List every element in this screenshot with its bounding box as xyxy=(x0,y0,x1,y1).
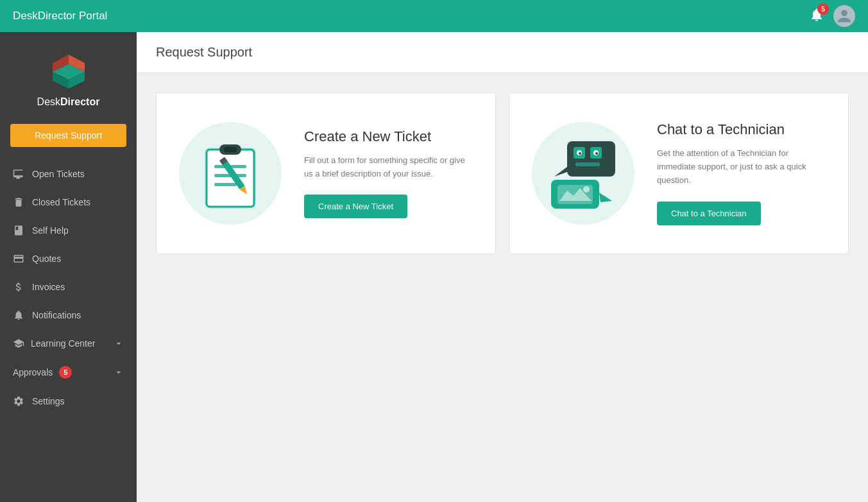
sidebar-item-invoices[interactable]: Invoices xyxy=(0,273,137,301)
chat-technician-title: Chat to a Technician xyxy=(657,121,829,138)
svg-rect-12 xyxy=(214,183,237,186)
app-title: DeskDirector Portal xyxy=(13,10,107,22)
approvals-chevron-icon xyxy=(114,367,124,377)
sidebar-logo-area: DeskDirector xyxy=(0,32,137,124)
sidebar: DeskDirector Request Support Open Ticket… xyxy=(0,32,137,502)
create-ticket-button[interactable]: Create a New Ticket xyxy=(304,195,407,218)
svg-rect-24 xyxy=(575,162,600,166)
sidebar-nav: Open Tickets Closed Tickets Self Help Qu… xyxy=(0,160,137,502)
sidebar-item-closed-tickets[interactable]: Closed Tickets xyxy=(0,188,137,216)
book-icon xyxy=(13,225,24,236)
chat-technician-button[interactable]: Chat to a Technician xyxy=(657,202,761,225)
chat-bubbles-svg xyxy=(529,119,638,228)
sidebar-item-settings[interactable]: Settings xyxy=(0,387,137,415)
svg-rect-7 xyxy=(207,150,254,207)
chat-technician-card: Chat to a Technician Get the attention o… xyxy=(509,92,849,254)
svg-rect-17 xyxy=(567,141,615,177)
sidebar-item-self-help[interactable]: Self Help xyxy=(0,216,137,245)
invoices-label: Invoices xyxy=(32,282,65,292)
main-content: Request Support xyxy=(137,32,868,502)
self-help-label: Self Help xyxy=(32,225,69,236)
closed-tickets-label: Closed Tickets xyxy=(32,197,90,207)
settings-label: Settings xyxy=(32,396,65,406)
create-ticket-illustration xyxy=(176,119,285,228)
sidebar-item-notifications[interactable]: Notifications xyxy=(0,301,137,329)
quotes-label: Quotes xyxy=(32,254,61,264)
learning-center-label: Learning Center xyxy=(31,338,95,349)
notification-badge: 5 xyxy=(817,3,829,15)
top-header: DeskDirector Portal 5 xyxy=(0,0,868,32)
svg-rect-9 xyxy=(224,147,237,152)
approvals-label: Approvals xyxy=(13,367,53,377)
header-icons: 5 xyxy=(809,5,855,27)
sidebar-item-approvals[interactable]: Approvals 5 xyxy=(0,358,137,387)
page-header: Request Support xyxy=(137,32,868,73)
sidebar-logo-text: DeskDirector xyxy=(37,96,100,108)
page-title: Request Support xyxy=(156,45,849,60)
gear-icon xyxy=(13,395,24,407)
card-icon xyxy=(13,253,24,264)
create-ticket-content: Create a New Ticket Fill out a form for … xyxy=(304,128,476,219)
dollar-icon xyxy=(13,281,24,293)
notifications-label: Notifications xyxy=(32,310,81,320)
graduation-icon xyxy=(13,338,24,349)
chat-illustration xyxy=(529,119,638,228)
request-support-button[interactable]: Request Support xyxy=(10,124,126,147)
create-ticket-description: Fill out a form for something specific o… xyxy=(304,154,476,181)
create-ticket-title: Create a New Ticket xyxy=(304,128,476,145)
notifications-bell[interactable]: 5 xyxy=(809,7,824,25)
create-ticket-card: Create a New Ticket Fill out a form for … xyxy=(156,92,496,254)
clipboard-pencil-svg xyxy=(176,119,285,228)
monitor-icon xyxy=(13,168,24,180)
svg-point-22 xyxy=(579,152,581,155)
chat-technician-description: Get the attention of a Technician for im… xyxy=(657,147,829,187)
deskdirector-logo xyxy=(49,51,88,90)
sidebar-item-learning-center[interactable]: Learning Center xyxy=(0,329,137,358)
avatar-icon xyxy=(837,8,852,24)
chevron-down-icon xyxy=(114,338,124,349)
sidebar-item-quotes[interactable]: Quotes xyxy=(0,245,137,273)
trash-icon xyxy=(13,196,24,208)
open-tickets-label: Open Tickets xyxy=(32,169,85,179)
sidebar-item-open-tickets[interactable]: Open Tickets xyxy=(0,160,137,188)
svg-point-29 xyxy=(583,186,590,193)
chat-technician-content: Chat to a Technician Get the attention o… xyxy=(657,121,829,225)
cards-container: Create a New Ticket Fill out a form for … xyxy=(137,73,868,273)
main-layout: DeskDirector Request Support Open Ticket… xyxy=(0,32,868,502)
approvals-badge: 5 xyxy=(59,366,72,379)
svg-point-23 xyxy=(595,152,598,155)
bell-sidebar-icon xyxy=(13,309,24,321)
user-avatar[interactable] xyxy=(833,5,855,27)
